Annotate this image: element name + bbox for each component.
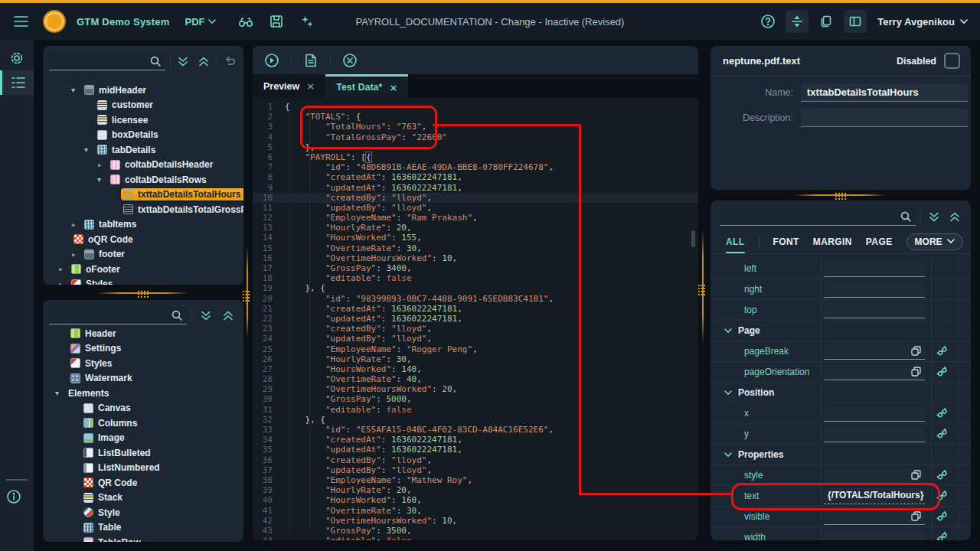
code-line[interactable]: 33 "id": "E55AFA15-04BC-4F02-83CD-A84AC1… bbox=[253, 425, 698, 435]
save-icon[interactable] bbox=[265, 10, 288, 33]
tree-item-txttabdetailstotalhours[interactable]: ▸txttabDetailsTotalHours bbox=[43, 187, 243, 203]
splitter-handle[interactable] bbox=[834, 191, 846, 200]
tree-item-table[interactable]: Table bbox=[43, 520, 243, 536]
property-search-input[interactable] bbox=[720, 208, 916, 226]
code-line[interactable]: 19 }, { bbox=[253, 283, 698, 293]
code-line[interactable]: 5 }, bbox=[253, 142, 698, 152]
code-line[interactable]: 35 "updatedAt": 1636022247181, bbox=[253, 445, 698, 455]
tree-item-oqr-code[interactable]: oQR Code bbox=[43, 232, 243, 247]
code-line[interactable]: 1{ bbox=[253, 102, 698, 112]
data-bind-icon[interactable] bbox=[936, 489, 949, 502]
tree-item-stack[interactable]: Stack bbox=[43, 491, 243, 506]
code-line[interactable]: 9 "updatedAt": 1636022247181, bbox=[253, 183, 698, 193]
magic-wand-icon[interactable] bbox=[296, 10, 318, 33]
tree-item-styles[interactable]: Styles bbox=[43, 356, 243, 371]
info-icon[interactable] bbox=[5, 488, 22, 505]
code-line[interactable]: 13 "HourlyRate": 20, bbox=[253, 223, 698, 233]
code-line[interactable]: 34 "createdAt": 1636022247181, bbox=[253, 435, 698, 445]
user-menu[interactable]: Terry Avgenikou bbox=[873, 16, 972, 28]
code-line[interactable]: 12 "EmployeeName": "Ram Prakash", bbox=[253, 213, 698, 223]
code-line[interactable]: 11 "updatedBy": "lloyd", bbox=[253, 203, 698, 213]
property-section-position[interactable]: Position bbox=[710, 383, 971, 403]
splitter-handle[interactable] bbox=[136, 289, 149, 298]
code-line[interactable]: 28 "OvertimeRate": 40, bbox=[253, 374, 698, 384]
editor-tab-preview[interactable]: Preview× bbox=[253, 74, 325, 98]
collapsed-arrow-icon[interactable]: ▸ bbox=[58, 264, 69, 274]
tree-item-tabdetails[interactable]: ▾tabDetails bbox=[43, 142, 243, 158]
tree-item-licensee[interactable]: ▸licensee bbox=[43, 112, 243, 128]
splitter-handle[interactable] bbox=[697, 283, 705, 295]
collapsed-arrow-icon[interactable]: ▸ bbox=[97, 160, 108, 170]
property-value-input[interactable] bbox=[824, 509, 925, 525]
tree-item-listbulleted[interactable]: ListBulleted bbox=[43, 445, 243, 461]
close-circle-icon[interactable] bbox=[338, 49, 361, 72]
tree-item-columns[interactable]: Columns bbox=[43, 416, 243, 431]
collapsed-arrow-icon[interactable]: ▸ bbox=[71, 249, 82, 259]
layout-panel-icon[interactable] bbox=[844, 10, 867, 33]
data-bind-icon[interactable] bbox=[936, 406, 949, 419]
tab-more-dropdown[interactable]: MORE bbox=[906, 233, 963, 250]
code-line[interactable]: 43 "GrossPay": 3500, bbox=[253, 526, 698, 536]
data-bind-icon[interactable] bbox=[936, 427, 949, 440]
data-bind-icon[interactable] bbox=[936, 530, 949, 540]
code-line[interactable]: 39 "HourlyRate": 20, bbox=[253, 485, 698, 495]
section-chevron-icon[interactable] bbox=[724, 452, 732, 458]
name-field[interactable] bbox=[801, 83, 968, 102]
data-bind-icon[interactable] bbox=[936, 468, 949, 481]
code-area[interactable]: 1{2 "TOTALS": {3 "TotalHours": "763",4 "… bbox=[253, 98, 698, 540]
tab-close-icon[interactable]: × bbox=[306, 80, 315, 92]
code-line[interactable]: 30 "GrossPay": 5000, bbox=[253, 394, 698, 404]
expanded-arrow-icon[interactable]: ▾ bbox=[97, 175, 108, 184]
property-value-input[interactable] bbox=[824, 468, 925, 484]
property-value-input[interactable]: {/TOTALS/TotalHours} bbox=[824, 488, 925, 504]
tree-item-coltabdetailsheader[interactable]: ▸coltabDetailsHeader bbox=[43, 158, 243, 173]
collapsed-arrow-icon[interactable]: ▸ bbox=[71, 220, 82, 230]
tree-item-midheader[interactable]: ▾midHeader bbox=[43, 83, 243, 98]
code-line[interactable]: 7 "id": "48D6B91B-AEAE-49DA-BBE8-0780FF2… bbox=[253, 162, 698, 172]
description-field[interactable] bbox=[801, 109, 968, 127]
copy-stack-icon[interactable] bbox=[815, 10, 838, 33]
code-line[interactable]: 18 "editable": false bbox=[253, 273, 698, 283]
undo-icon[interactable] bbox=[221, 52, 237, 70]
pdf-dropdown[interactable]: PDF bbox=[185, 16, 216, 28]
code-line[interactable]: 27 "HoursWorked": 140, bbox=[253, 364, 698, 374]
tab-all[interactable]: ALL bbox=[726, 230, 745, 253]
code-line[interactable]: 26 "HourlyRate": 30, bbox=[253, 354, 698, 364]
tree-item-boxdetails[interactable]: ▸boxDetails bbox=[43, 128, 243, 143]
help-icon[interactable] bbox=[756, 10, 779, 33]
code-line[interactable]: 32 }, { bbox=[253, 415, 698, 425]
data-bind-icon[interactable] bbox=[936, 510, 949, 523]
code-line[interactable]: 25 "EmployeeName": "Rogger Peng", bbox=[253, 344, 698, 354]
copy-value-icon[interactable] bbox=[911, 367, 921, 377]
code-line[interactable]: 8 "createdAt": 1636022247181, bbox=[253, 172, 698, 182]
test-document-icon[interactable] bbox=[299, 49, 322, 72]
code-line[interactable]: 2 "TOTALS": { bbox=[253, 112, 698, 122]
code-line[interactable]: 4 "TotalGrossPay": "22600" bbox=[253, 132, 698, 142]
splitter-handle[interactable] bbox=[241, 289, 250, 302]
property-value-input[interactable] bbox=[824, 530, 925, 540]
expanded-arrow-icon[interactable]: ▾ bbox=[71, 86, 82, 94]
code-line[interactable]: 24 "updatedBy": "lloyd", bbox=[253, 334, 698, 344]
property-value-input[interactable] bbox=[824, 344, 925, 360]
code-line[interactable]: 17 "GrossPay": 3400, bbox=[253, 263, 698, 273]
tree-item-footer[interactable]: ▸footer bbox=[43, 247, 243, 262]
tree-item-settings[interactable]: Settings bbox=[43, 341, 243, 357]
code-line[interactable]: 10 "createdBy": "lloyd", bbox=[253, 193, 698, 203]
outline-list-icon[interactable] bbox=[0, 70, 34, 95]
data-bind-icon[interactable] bbox=[936, 365, 949, 378]
property-section-page[interactable]: Page bbox=[710, 321, 971, 341]
tree-item-style[interactable]: Style bbox=[43, 505, 243, 520]
code-line[interactable]: 41 "OvertimeRate": 30, bbox=[253, 506, 698, 516]
property-value-input[interactable] bbox=[824, 406, 925, 422]
property-value-input[interactable] bbox=[824, 364, 925, 380]
code-line[interactable]: 42 "OvertimeHoursWorked": 10, bbox=[253, 516, 698, 526]
code-line[interactable]: 40 "HoursWorked": 160, bbox=[253, 495, 698, 505]
code-line[interactable]: 14 "HoursWorked": 155, bbox=[253, 233, 698, 243]
property-section-properties[interactable]: Properties bbox=[710, 445, 971, 465]
tab-close-icon[interactable]: × bbox=[389, 82, 397, 93]
tree-item-tablerow[interactable]: TableRow bbox=[43, 535, 243, 542]
expand-all-icon[interactable] bbox=[197, 306, 215, 324]
code-line[interactable]: 3 "TotalHours": "763", bbox=[253, 122, 698, 132]
tree-item-header[interactable]: Header bbox=[43, 326, 243, 341]
expand-all-icon[interactable] bbox=[175, 52, 191, 70]
